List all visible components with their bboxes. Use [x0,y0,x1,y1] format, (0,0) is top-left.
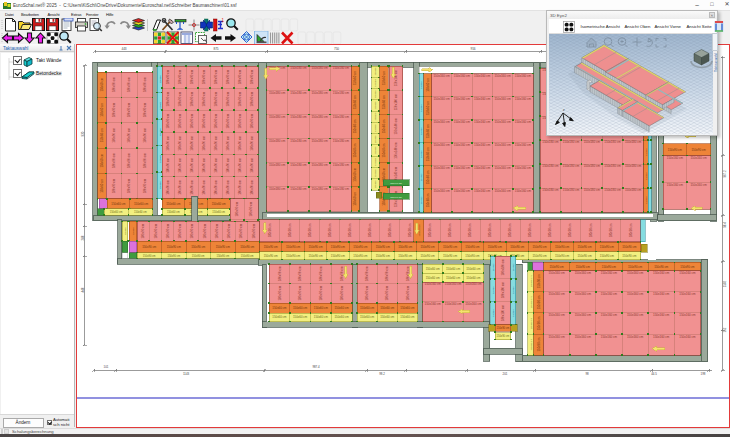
svg-text:150x160 cm: 150x160 cm [690,183,707,187]
svg-text:150x60 cm: 150x60 cm [293,315,308,319]
svg-text:150x90 cm: 150x90 cm [530,297,533,309]
svg-text:150x60 cm: 150x60 cm [426,124,430,138]
svg-text:180x90 cm: 180x90 cm [154,223,158,238]
svg-text:150x60: 150x60 [420,81,422,89]
svg-text:180x90 cm: 180x90 cm [226,91,230,106]
svg-text:150x140 cm: 150x140 cm [394,118,398,135]
svg-text:180x90 cm: 180x90 cm [203,223,207,238]
svg-text:150x60 cm: 150x60 cm [100,128,104,142]
svg-text:180x90 cm: 180x90 cm [448,223,452,237]
svg-text:150x160 cm: 150x160 cm [474,120,491,124]
svg-text:150x90 cm: 150x90 cm [537,337,541,351]
svg-text:150x160 cm: 150x160 cm [474,97,491,101]
svg-text:180x90 cm: 180x90 cm [178,180,182,195]
svg-text:150x90 cm: 150x90 cm [216,245,231,249]
svg-text:180x90 cm: 180x90 cm [250,113,254,128]
svg-text:180x90 cm: 180x90 cm [288,223,292,237]
svg-text:150x90 cm: 150x90 cm [577,245,592,249]
svg-text:150x180 cm: 150x180 cm [333,66,350,70]
svg-text:150x160 cm: 150x160 cm [515,74,532,78]
svg-text:150x180 cm: 150x180 cm [604,140,621,144]
svg-text:150x90 cm: 150x90 cm [443,245,458,249]
svg-text:150x160 cm: 150x160 cm [679,271,696,275]
svg-text:150x60: 150x60 [124,227,127,236]
svg-text:100x40 cm: 100x40 cm [390,196,402,199]
svg-text:180x90 cm: 180x90 cm [166,223,170,238]
svg-text:98.4: 98.4 [723,222,727,228]
svg-text:180x90 cm: 180x90 cm [190,113,194,128]
svg-text:150x160 cm: 150x160 cm [653,292,670,296]
svg-text:150x160 cm: 150x160 cm [433,189,450,193]
svg-text:150x60 cm: 150x60 cm [100,178,104,192]
svg-text:150x90 cm: 150x90 cm [602,265,617,269]
svg-text:180x90 cm: 180x90 cm [340,285,344,300]
svg-text:180x90 cm: 180x90 cm [190,223,194,238]
svg-text:150x60 cm: 150x60 cm [382,71,386,85]
svg-text:180x90 cm: 180x90 cm [226,158,230,173]
svg-text:150x180 cm: 150x180 cm [269,115,286,119]
svg-text:150x160 cm: 150x160 cm [425,302,442,306]
svg-text:Taktauswahl: Taktauswahl [714,53,718,72]
svg-text:150x160 cm: 150x160 cm [627,335,644,339]
svg-text:150x180 cm: 150x180 cm [269,139,286,143]
svg-text:150x60 cm: 150x60 cm [426,193,430,207]
svg-text:150x160 cm: 150x160 cm [575,335,592,339]
svg-text:150x90 cm: 150x90 cm [628,265,643,269]
svg-text:180x90 cm: 180x90 cm [238,158,242,173]
svg-text:180x90 cm: 180x90 cm [178,91,182,106]
svg-text:180x90 cm: 180x90 cm [298,285,302,300]
svg-text:180x90 cm: 180x90 cm [214,91,218,106]
svg-text:180x90 cm: 180x90 cm [278,266,282,281]
svg-text:150x60: 150x60 [374,169,377,178]
svg-text:150x90 cm: 150x90 cm [376,245,391,249]
svg-text:180x90 cm: 180x90 cm [127,102,131,117]
svg-text:150x60 cm: 150x60 cm [426,147,430,161]
svg-text:150x160 cm: 150x160 cm [433,143,450,147]
svg-text:150x90 cm: 150x90 cm [537,295,541,309]
svg-text:150x160 cm: 150x160 cm [454,74,471,78]
svg-text:180x90 cm: 180x90 cm [226,69,230,84]
svg-text:180x90 cm: 180x90 cm [190,69,194,84]
svg-text:180x90 cm: 180x90 cm [406,266,410,281]
svg-text:180x90 cm: 180x90 cm [408,223,412,237]
svg-text:180x90 cm: 180x90 cm [428,223,432,237]
svg-text:180x90 cm: 180x90 cm [178,113,182,128]
svg-text:150x60 cm: 150x60 cm [212,210,225,214]
svg-text:150x90 cm: 150x90 cm [488,245,503,249]
svg-text:150x160 cm: 150x160 cm [548,313,565,317]
svg-text:180x90 cm: 180x90 cm [166,158,170,173]
svg-text:150x160 cm: 150x160 cm [515,143,532,147]
svg-text:150x180 cm: 150x180 cm [584,164,601,168]
svg-text:180x90 cm: 180x90 cm [214,180,218,195]
svg-text:987.4: 987.4 [312,365,320,369]
svg-text:150x60 cm: 150x60 cm [335,306,350,310]
svg-text:150x90 cm: 150x90 cm [537,274,541,288]
svg-text:150x60: 150x60 [159,181,162,190]
svg-text:150x60 cm: 150x60 cm [446,267,461,271]
svg-text:150x160 cm: 150x160 cm [454,189,471,193]
svg-text:180x90 cm: 180x90 cm [589,223,593,237]
svg-text:150x160 cm: 150x160 cm [433,166,450,170]
svg-text:150x60 cm: 150x60 cm [353,191,357,205]
svg-text:150x90 cm: 150x90 cm [353,245,368,249]
svg-text:150x90 cm: 150x90 cm [692,148,707,152]
svg-text:150x60 cm: 150x60 cm [446,276,461,280]
svg-text:150x180 cm: 150x180 cm [563,164,580,168]
svg-text:180x90 cm: 180x90 cm [178,223,182,238]
svg-text:150x160 cm: 150x160 cm [548,271,565,275]
svg-text:44.5: 44.5 [651,372,657,376]
svg-text:967.2: 967.2 [723,170,727,178]
svg-text:180x90 cm: 180x90 cm [528,223,532,237]
svg-text:180x90 cm: 180x90 cm [112,127,116,142]
svg-text:180x90 cm: 180x90 cm [143,77,147,92]
svg-text:150x60: 150x60 [420,150,422,158]
svg-text:1502: 1502 [723,280,727,287]
svg-text:180x90 cm: 180x90 cm [127,153,131,168]
svg-text:150x90 cm: 150x90 cm [465,254,480,258]
svg-text:180x90 cm: 180x90 cm [202,158,206,173]
svg-text:180x90 cm: 180x90 cm [365,266,369,281]
svg-text:150x160 cm: 150x160 cm [575,271,592,275]
svg-text:150x90 cm: 150x90 cm [241,254,254,258]
svg-text:150x180 cm: 150x180 cm [333,187,350,191]
svg-text:150x60 cm: 150x60 cm [380,315,395,319]
